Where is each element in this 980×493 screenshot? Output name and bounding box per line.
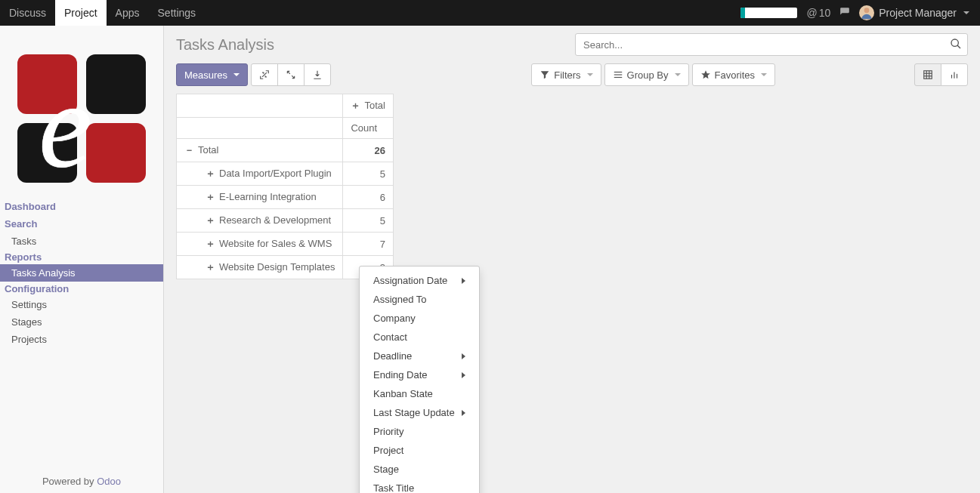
pivot-row-value: 6	[343, 186, 393, 209]
footer-brand[interactable]: Odoo	[97, 476, 121, 487]
pivot-view-button[interactable]	[914, 63, 941, 86]
sidebar-stages[interactable]: Stages	[0, 313, 163, 331]
svg-point-0	[864, 8, 870, 13]
sidebar-reports-header: Reports	[0, 250, 163, 264]
chevron-right-icon	[462, 353, 465, 359]
pivot-area: ＋Total Count －Total 26 ＋Data Import/Expo…	[164, 94, 980, 279]
view-switcher	[914, 63, 968, 86]
search-input[interactable]	[575, 33, 968, 56]
sidebar-projects[interactable]: Projects	[0, 331, 163, 348]
pivot-row-value: 5	[343, 162, 393, 186]
pivot-row-value: 5	[343, 209, 393, 233]
pivot-row-header[interactable]: ＋E-Learning Integration	[177, 186, 343, 209]
nav-apps[interactable]: Apps	[107, 0, 149, 26]
user-name: Project Manager	[879, 7, 957, 19]
pivot-row-value: 7	[343, 233, 393, 256]
context-menu-item[interactable]: Stage	[360, 460, 479, 479]
filters-label: Filters	[554, 69, 580, 81]
pivot-row-header[interactable]: ＋Website Design Templates	[177, 256, 343, 279]
flip-axis-button[interactable]	[277, 63, 305, 86]
caret-down-icon	[761, 73, 767, 76]
context-menu-item[interactable]: Priority	[360, 422, 479, 441]
pivot-row-header[interactable]: ＋Website for Sales & WMS	[177, 233, 343, 256]
context-menu-item[interactable]: Ending Date	[360, 365, 479, 384]
pivot-row-label: Data Import/Export Plugin	[219, 168, 332, 179]
pivot-row-label: Research & Development	[219, 214, 331, 226]
sidebar-config-header: Configuration	[0, 282, 163, 296]
context-menu-item[interactable]: Project	[360, 441, 479, 460]
nav-settings[interactable]: Settings	[149, 0, 206, 26]
count-header: Count	[343, 118, 393, 139]
caret-down-icon	[587, 73, 593, 76]
expand-axis-button[interactable]	[251, 63, 278, 86]
plus-icon: ＋	[206, 167, 215, 180]
nav-discuss[interactable]: Discuss	[0, 0, 55, 26]
context-menu-item[interactable]: Last Stage Update	[360, 403, 479, 422]
context-menu-item[interactable]: Company	[360, 309, 479, 328]
download-button[interactable]	[304, 63, 331, 86]
groupby-label: Group By	[627, 69, 669, 81]
context-menu-item[interactable]: Contact	[360, 328, 479, 347]
chevron-right-icon	[462, 278, 465, 284]
context-menu-label: Contact	[373, 331, 407, 343]
col-total-header[interactable]: ＋Total	[343, 94, 393, 118]
context-menu-label: Kanban State	[373, 388, 433, 399]
context-menu-label: Task Title	[373, 482, 414, 493]
context-menu-item[interactable]: Assignation Date	[360, 271, 479, 290]
toolbar: Measures Filters	[164, 62, 980, 94]
row-total-header[interactable]: －Total	[177, 139, 343, 162]
measures-button[interactable]: Measures	[176, 63, 248, 86]
graph-view-button[interactable]	[941, 63, 968, 86]
context-menu-item[interactable]: Assigned To	[360, 290, 479, 309]
minus-icon: －	[184, 143, 193, 157]
context-menu-label: Priority	[373, 426, 403, 437]
pivot-row-label: Website for Sales & WMS	[219, 238, 332, 249]
context-menu-label: Company	[373, 313, 416, 324]
context-menu-label: Assignation Date	[373, 275, 447, 286]
context-menu-label: Deadline	[373, 350, 412, 362]
context-menu-label: Assigned To	[373, 294, 427, 305]
sidebar-settings[interactable]: Settings	[0, 296, 163, 313]
footer-prefix: Powered by	[42, 476, 97, 487]
context-menu-label: Stage	[373, 464, 399, 475]
context-menu-item[interactable]: Deadline	[360, 347, 479, 365]
sidebar-tasks[interactable]: Tasks	[0, 233, 163, 250]
pivot-row-header[interactable]: ＋Research & Development	[177, 209, 343, 233]
filters-button[interactable]: Filters	[531, 63, 601, 86]
plus-icon: ＋	[206, 214, 215, 227]
sidebar-dashboard[interactable]: Dashboard	[0, 198, 163, 215]
sidebar-tasks-analysis[interactable]: Tasks Analysis	[0, 264, 163, 282]
favorites-button[interactable]: Favorites	[692, 63, 775, 86]
groupby-button[interactable]: Group By	[604, 63, 689, 86]
pivot-tool-group	[251, 63, 331, 86]
chevron-right-icon	[462, 372, 465, 378]
col-total-label: Total	[364, 100, 385, 111]
caret-down-icon	[233, 73, 240, 76]
avatar	[859, 5, 874, 20]
main-layout: e Dashboard Search Tasks Reports Tasks A…	[0, 26, 980, 493]
plus-icon: ＋	[206, 260, 215, 274]
nav-project[interactable]: Project	[55, 0, 107, 26]
mentions-count: 10	[819, 7, 831, 19]
svg-rect-6	[924, 71, 932, 79]
mentions-badge[interactable]: @ 10	[806, 7, 830, 19]
svg-point-1	[951, 39, 958, 46]
search-icon[interactable]	[950, 38, 962, 52]
sidebar-search[interactable]: Search	[0, 215, 163, 233]
pivot-row-label: E-Learning Integration	[219, 191, 317, 202]
context-menu-label: Project	[373, 445, 403, 456]
context-menu-item[interactable]: Kanban State	[360, 384, 479, 403]
caret-down-icon	[675, 73, 681, 76]
content-area: Tasks Analysis Measures	[164, 26, 980, 493]
row-total-label: Total	[198, 144, 218, 156]
pivot-table: ＋Total Count －Total 26 ＋Data Import/Expo…	[176, 94, 394, 279]
navbar-right: @ 10 Project Manager	[740, 5, 980, 20]
user-menu[interactable]: Project Manager	[859, 5, 969, 20]
context-menu-item[interactable]: Task Title	[360, 479, 479, 493]
progress-indicator[interactable]	[740, 8, 797, 18]
plus-icon: ＋	[206, 190, 215, 204]
pivot-row-header[interactable]: ＋Data Import/Export Plugin	[177, 162, 343, 186]
chat-icon[interactable]	[839, 7, 850, 20]
plus-icon: ＋	[351, 99, 360, 112]
toolbar-right: Filters Group By Favorites	[531, 63, 968, 86]
